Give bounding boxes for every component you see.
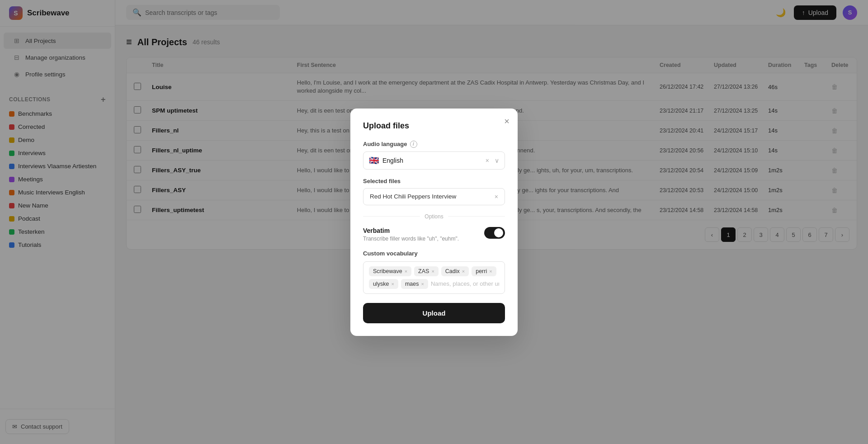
verbatim-row: Verbatim Transcribe filler words like "u… [363, 227, 505, 242]
clear-language-button[interactable]: × [486, 157, 489, 164]
remove-tag-button[interactable]: × [391, 281, 394, 287]
vocab-tag-ulyske: ulyske × [369, 279, 398, 289]
remove-tag-button[interactable]: × [431, 269, 434, 274]
toggle-slider [484, 227, 505, 239]
verbatim-toggle[interactable] [484, 227, 505, 239]
vocab-tag-scribewave: Scribewave × [369, 266, 411, 276]
upload-files-modal: Upload files × Audio language i 🇬🇧 Engli… [350, 109, 518, 336]
custom-vocab-label: Custom vocabulary [363, 250, 505, 257]
custom-vocab-box[interactable]: Scribewave × ZAS × Cadix × perri × ulysk… [363, 261, 505, 294]
language-value: English [382, 157, 482, 164]
audio-language-label: Audio language i [363, 141, 505, 148]
modal-overlay[interactable]: Upload files × Audio language i 🇬🇧 Engli… [0, 0, 868, 444]
remove-tag-button[interactable]: × [405, 269, 407, 274]
vocab-tag-cadix: Cadix × [441, 266, 469, 276]
selected-files-label: Selected files [363, 178, 505, 184]
divider-line-left [363, 216, 420, 217]
tag-label: ulyske [373, 281, 389, 287]
modal-upload-button[interactable]: Upload [363, 303, 505, 323]
verbatim-info: Verbatim Transcribe filler words like "u… [363, 227, 484, 242]
remove-tag-button[interactable]: × [462, 269, 465, 274]
language-select[interactable]: 🇬🇧 English × ∨ [363, 151, 505, 170]
selected-file-name: Red Hot Chili Peppers Interview [370, 193, 491, 200]
options-label: Options [425, 213, 443, 220]
tag-label: perri [476, 268, 487, 274]
vocab-tag-perri: perri × [472, 266, 496, 276]
verbatim-title: Verbatim [363, 227, 484, 234]
tag-label: ZAS [418, 268, 429, 274]
divider-line-right [448, 216, 505, 217]
tag-label: Cadix [445, 268, 460, 274]
options-divider: Options [363, 213, 505, 220]
modal-title: Upload files [363, 121, 505, 131]
remove-tag-button[interactable]: × [489, 269, 492, 274]
vocab-tag-maes: maes × [401, 279, 428, 289]
chevron-down-icon: ∨ [495, 157, 499, 164]
selected-files-box: Red Hot Chili Peppers Interview × [363, 188, 505, 205]
tag-label: Scribewave [373, 268, 402, 274]
vocab-tag-zas: ZAS × [414, 266, 439, 276]
verbatim-desc: Transcribe filler words like "uh", "euhm… [363, 236, 484, 242]
flag-icon: 🇬🇧 [369, 156, 379, 165]
clear-file-button[interactable]: × [495, 193, 498, 200]
remove-tag-button[interactable]: × [421, 281, 424, 287]
info-icon: i [410, 141, 417, 148]
vocab-input[interactable] [431, 279, 499, 289]
modal-close-button[interactable]: × [504, 117, 509, 126]
tag-label: maes [405, 281, 419, 287]
